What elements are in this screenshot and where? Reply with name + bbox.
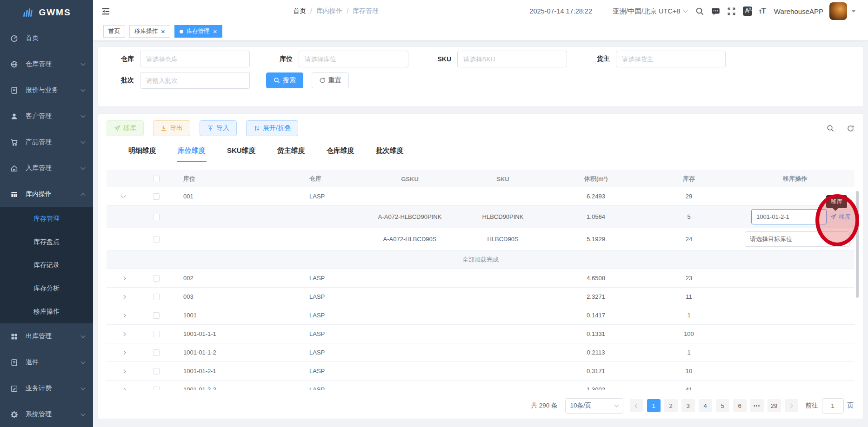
expand-row-icon[interactable] [120, 369, 126, 373]
close-icon[interactable] [213, 28, 217, 35]
page-size-select[interactable]: 10条/页 [565, 398, 623, 414]
move-button-label: 移库 [123, 124, 136, 132]
collapse-row-icon[interactable] [120, 195, 126, 197]
tab-batch-dimension[interactable]: 批次维度 [375, 146, 405, 162]
table-refresh-icon[interactable] [847, 125, 855, 132]
submenu-item-inventory-records[interactable]: 库存记录 [0, 254, 93, 277]
message-icon[interactable] [711, 7, 720, 16]
tab-owner-dimension[interactable]: 货主维度 [276, 146, 306, 162]
location-input[interactable] [299, 51, 408, 67]
table-row[interactable]: 003 LASP 2.3271 11 [107, 288, 855, 306]
search-icon[interactable] [695, 7, 704, 16]
next-page-button[interactable] [785, 399, 798, 412]
move-button[interactable]: 移库 [107, 120, 144, 136]
table-row[interactable]: 1001-01-1-2 LASP 0.2113 1 [107, 343, 855, 362]
table-row[interactable]: 1001 LASP 0.1417 1 [107, 306, 855, 325]
scrollbar-thumb[interactable] [856, 191, 859, 298]
target-location-input[interactable] [751, 209, 827, 224]
table-row[interactable]: 1001-01-2-1 LASP 0.3171 10 [107, 362, 855, 381]
close-icon[interactable] [161, 28, 165, 35]
tab-sku-dimension[interactable]: SKU维度 [226, 146, 257, 162]
tab-detail-dimension[interactable]: 明细维度 [127, 146, 157, 162]
expand-row-icon[interactable] [120, 351, 126, 355]
tag-relocation[interactable]: 移库操作 [129, 25, 170, 38]
page-button-2[interactable]: 2 [664, 399, 678, 412]
sidebar-item-home[interactable]: 首页 [0, 25, 93, 51]
page-button-3[interactable]: 3 [681, 399, 695, 412]
row-checkbox[interactable] [153, 193, 160, 200]
sidebar-item-system[interactable]: 系统管理 [0, 401, 93, 427]
cell-warehouse: LASP [298, 293, 363, 300]
breadcrumb-inventory-mgmt[interactable]: 库存管理 [353, 7, 379, 15]
avatar[interactable] [829, 2, 847, 20]
table-row[interactable]: 1001-01-2-2 LASP 1.3002 41 [107, 381, 855, 390]
row-checkbox[interactable] [153, 349, 160, 356]
sku-input[interactable] [457, 51, 567, 67]
prev-page-button[interactable] [630, 399, 643, 412]
expand-row-icon[interactable] [120, 295, 126, 299]
sidebar-item-warehouse[interactable]: 仓库管理 [0, 51, 93, 77]
sidebar-item-warehouse-ops[interactable]: 库内操作 [0, 181, 93, 207]
table-row[interactable]: 002 LASP 4.6508 23 [107, 269, 855, 288]
row-move-button[interactable]: 移库 [830, 213, 851, 221]
batch-input[interactable] [140, 72, 250, 89]
more-pages-button[interactable]: ••• [750, 399, 764, 412]
page-button-1[interactable]: 1 [647, 399, 661, 412]
row-checkbox[interactable] [153, 312, 160, 319]
row-checkbox[interactable] [153, 275, 160, 282]
app-title: GWMS [39, 7, 71, 18]
table-row[interactable]: 1001-01-1-1 LASP 0.1331 100 [107, 325, 855, 343]
expand-row-icon[interactable] [120, 332, 126, 336]
submenu-item-inventory-mgmt[interactable]: 库存管理 [0, 207, 93, 230]
table-search-icon[interactable] [827, 125, 835, 132]
timezone-selector[interactable]: 亚洲/中国/北京 UTC+8 [613, 7, 687, 16]
expand-row-icon[interactable] [120, 276, 126, 280]
table-row[interactable]: 001 LASP 6.2493 29 [107, 187, 855, 206]
sidebar-item-billing[interactable]: 业务计费 [0, 375, 93, 401]
tab-location-dimension[interactable]: 库位维度 [177, 146, 207, 162]
language-icon[interactable] [743, 7, 752, 16]
page-button-5[interactable]: 5 [716, 399, 729, 412]
target-location-input[interactable] [745, 231, 850, 247]
user-menu-caret-icon[interactable] [851, 10, 856, 13]
export-button[interactable]: 导出 [153, 120, 190, 136]
goto-page-input[interactable] [822, 398, 844, 414]
tag-inventory-mgmt[interactable]: 库存管理 [174, 25, 222, 38]
page-button-4[interactable]: 4 [699, 399, 712, 412]
tab-warehouse-dimension[interactable]: 仓库维度 [326, 146, 355, 162]
reset-button[interactable]: 重置 [312, 72, 349, 88]
sidebar-item-returns[interactable]: 退件 [0, 349, 93, 375]
table-row[interactable]: A-A072-HLBCD90PINK HLBCD90PINK 1.0564 5 [107, 206, 855, 228]
submenu-item-relocation[interactable]: 移库操作 [0, 300, 93, 323]
row-checkbox[interactable] [153, 387, 160, 390]
page-button-last[interactable]: 29 [768, 399, 781, 412]
expand-row-icon[interactable] [120, 314, 126, 317]
breadcrumb-home[interactable]: 首页 [293, 7, 306, 15]
sidebar-collapse-icon[interactable] [101, 7, 110, 16]
row-checkbox[interactable] [153, 294, 160, 300]
tag-home[interactable]: 首页 [103, 25, 125, 38]
fullscreen-icon[interactable] [727, 7, 736, 16]
row-checkbox[interactable] [153, 368, 160, 374]
select-all-checkbox[interactable] [153, 176, 160, 182]
sidebar-item-quotes[interactable]: 报价与业务 [0, 77, 93, 103]
sidebar-item-outbound[interactable]: 出库管理 [0, 323, 93, 349]
breadcrumb-warehouse-ops[interactable]: 库内操作 [316, 7, 342, 15]
row-checkbox[interactable] [153, 214, 160, 220]
row-checkbox[interactable] [153, 331, 160, 337]
expand-collapse-button[interactable]: 展开/折叠 [246, 120, 298, 136]
owner-input[interactable] [616, 51, 726, 67]
table-row[interactable]: A-A072-HLBCD90S HLBCD90S 5.1929 24 [107, 228, 855, 250]
import-button[interactable]: 导入 [200, 120, 237, 136]
expand-row-icon[interactable] [120, 388, 126, 390]
font-size-icon[interactable]: tT [759, 7, 766, 16]
warehouse-input[interactable] [140, 51, 250, 67]
submenu-item-stocktake[interactable]: 库存盘点 [0, 230, 93, 254]
submenu-item-inventory-analysis[interactable]: 库存分析 [0, 277, 93, 300]
sidebar-item-inbound[interactable]: 入库管理 [0, 155, 93, 181]
sidebar-item-customers[interactable]: 客户管理 [0, 103, 93, 129]
row-checkbox[interactable] [153, 236, 160, 243]
sidebar-item-products[interactable]: 产品管理 [0, 129, 93, 155]
search-button[interactable]: 搜索 [266, 72, 303, 88]
page-button-6[interactable]: 6 [733, 399, 747, 412]
